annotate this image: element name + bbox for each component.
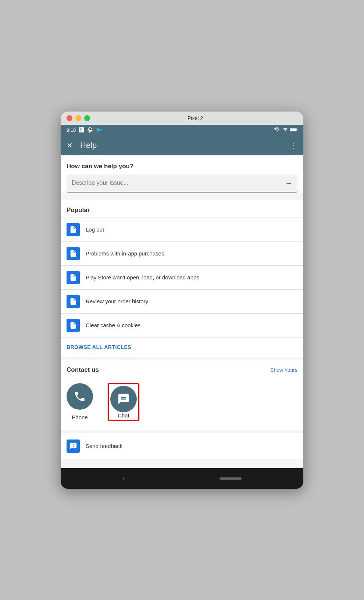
time-display: 9:18 bbox=[67, 127, 76, 133]
close-button[interactable] bbox=[67, 115, 72, 121]
popular-section: Popular Log out Problems with in-app pur… bbox=[61, 200, 303, 357]
show-hours-link[interactable]: Show hours bbox=[270, 367, 297, 373]
status-bar: 9:18 🅿 ⚽ 🐦 bbox=[61, 125, 303, 135]
spacer bbox=[61, 462, 303, 468]
phone-label: Phone bbox=[72, 414, 88, 420]
article-icon bbox=[67, 319, 80, 332]
chat-label: Chat bbox=[118, 412, 129, 419]
window-title: Pixel 2 bbox=[93, 115, 297, 121]
status-bar-right bbox=[274, 127, 297, 133]
search-input[interactable] bbox=[72, 180, 285, 186]
feedback-label: Send feedback bbox=[86, 443, 122, 449]
home-pill[interactable] bbox=[220, 477, 242, 480]
help-section: How can we help you? → bbox=[61, 155, 303, 193]
list-item-label: Log out bbox=[86, 226, 104, 233]
contact-section: Contact us Show hours Phone bbox=[61, 360, 303, 430]
chat-button[interactable]: Chat bbox=[108, 383, 139, 421]
battery-icon bbox=[290, 127, 297, 133]
article-icon bbox=[67, 223, 80, 236]
list-item[interactable]: Review your order history bbox=[61, 289, 303, 313]
chat-highlight-box: Chat bbox=[108, 383, 139, 421]
list-item[interactable]: Log out bbox=[61, 218, 303, 241]
soccer-icon: ⚽ bbox=[87, 127, 93, 133]
feedback-section: Send feedback bbox=[61, 433, 303, 459]
svg-rect-1 bbox=[297, 128, 297, 130]
svg-rect-2 bbox=[290, 128, 296, 130]
search-bar[interactable]: → bbox=[67, 174, 297, 193]
status-bar-left: 9:18 🅿 ⚽ 🐦 bbox=[67, 127, 102, 133]
contact-buttons: Phone Chat bbox=[61, 377, 303, 430]
search-arrow-icon[interactable]: → bbox=[285, 179, 292, 187]
signal-icon bbox=[283, 127, 288, 133]
list-item-label: Problems with in-app purchases bbox=[86, 250, 164, 257]
chat-circle bbox=[110, 386, 137, 412]
phone-circle bbox=[67, 383, 93, 410]
contact-header: Contact us Show hours bbox=[61, 360, 303, 377]
list-item[interactable]: Clear cache & cookies bbox=[61, 313, 303, 337]
popular-header: Popular bbox=[61, 200, 303, 218]
article-icon bbox=[67, 247, 80, 260]
contact-title: Contact us bbox=[67, 366, 99, 374]
parking-icon: 🅿 bbox=[79, 127, 84, 133]
list-item-label: Review your order history bbox=[86, 298, 148, 304]
list-item[interactable]: Problems with in-app purchases bbox=[61, 241, 303, 265]
article-icon bbox=[67, 271, 80, 284]
wifi-icon bbox=[274, 127, 281, 133]
phone-button[interactable]: Phone bbox=[67, 383, 93, 421]
feedback-icon bbox=[67, 440, 80, 453]
more-options-icon[interactable]: ⋮ bbox=[290, 141, 297, 150]
minimize-button[interactable] bbox=[75, 115, 81, 121]
article-icon bbox=[67, 295, 80, 308]
help-question: How can we help you? bbox=[61, 155, 303, 174]
list-item-label: Play Store won't open, load, or download… bbox=[86, 274, 199, 280]
device-frame: Pixel 2 9:18 🅿 ⚽ 🐦 bbox=[61, 112, 303, 489]
back-icon[interactable]: ‹ bbox=[123, 474, 125, 482]
list-item[interactable]: Play Store won't open, load, or download… bbox=[61, 265, 303, 289]
close-icon[interactable]: ✕ bbox=[67, 141, 73, 150]
app-title: Help bbox=[80, 141, 290, 150]
title-bar: Pixel 2 bbox=[61, 112, 303, 125]
nav-bar: ‹ bbox=[61, 468, 303, 489]
app-bar: ✕ Help ⋮ bbox=[61, 135, 303, 155]
content-area: How can we help you? → Popular Log out P… bbox=[61, 155, 303, 468]
list-item-label: Clear cache & cookies bbox=[86, 322, 140, 328]
twitter-icon: 🐦 bbox=[96, 127, 102, 133]
maximize-button[interactable] bbox=[84, 115, 90, 121]
browse-all-articles-link[interactable]: BROWSE ALL ARTICLES bbox=[61, 337, 303, 357]
send-feedback-item[interactable]: Send feedback bbox=[61, 433, 303, 459]
